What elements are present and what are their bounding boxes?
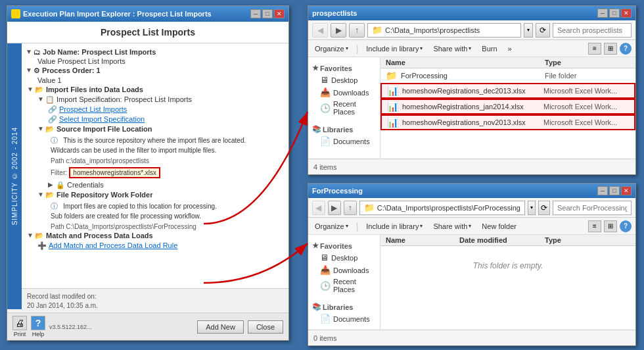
empty-folder-text: This folder is empty. [380,246,635,286]
process-value-node: Value 1 [24,76,286,85]
bot-minimize-btn[interactable]: ─ [597,186,608,195]
tree-area[interactable]: ▼ 🗂 Job Name: Prospect List Imports Valu… [22,43,288,309]
bottom-file-header: Name Date modified Type [380,235,635,246]
bot-organize-chevron: ▾ [346,223,348,229]
up-button[interactable]: ↑ [349,23,365,38]
top-explorer-main: ★ Favorites 🖥 Desktop 📥 Downloads 🕒 Rece… [308,57,635,159]
bot-organize-button[interactable]: Organize ▾ [312,221,351,232]
sidebar-recent[interactable]: 🕒 Recent Places [311,99,377,117]
cred-icon: 🔒 [56,181,65,189]
bot-address-dropdown[interactable]: ▾ [528,201,536,215]
bot-refresh-button[interactable]: ⟳ [538,201,550,215]
bot-search-input[interactable] [553,201,632,215]
forward-button[interactable]: ▶ [331,23,346,38]
address-bar[interactable]: 📁 C:\Data_Imports\prospectlists [367,23,521,38]
sidebar-documents[interactable]: 📄 Documents [311,135,377,147]
info-icon: ⓘ [51,136,58,144]
sidebar-desktop[interactable]: 🖥 Desktop [311,74,377,86]
bot-sidebar-recent[interactable]: 🕒 Recent Places [311,276,377,295]
bot-view-btn-1[interactable]: ≡ [588,220,601,232]
credentials-node: ▶ 🔒 Credentials [24,180,286,190]
top-minimize-btn[interactable]: ─ [597,9,608,18]
right-top-panel: prospectlists ─ □ ✕ ◀ ▶ ↑ 📁 C:\Data_Impo… [308,5,636,175]
help-button[interactable]: ? Help [31,316,45,338]
top-title: prospectlists [312,9,357,17]
top-file-header: Name Type [380,57,635,68]
burn-button[interactable]: Burn [479,43,499,54]
bot-sidebar-documents[interactable]: 📄 Documents [311,312,377,325]
bottom-ribbon: Organize ▾ | Include in library ▾ Share … [308,218,635,235]
repo-icon: 📂 [45,191,55,199]
close-panel-button[interactable]: Close [248,320,283,334]
organize-button[interactable]: Organize ▾ [312,43,351,54]
bottom-sidebar: ★ Favorites 🖥 Desktop 📥 Downloads 🕒 Rece… [308,235,380,330]
print-button[interactable]: 🖨 Print [12,316,27,338]
bot-view-btn-2[interactable]: ⊞ [604,220,617,232]
bot-close-btn[interactable]: ✕ [621,186,632,195]
bot-up-button[interactable]: ↑ [344,201,357,215]
help-icon-btn[interactable]: ? [620,43,632,55]
maximize-button[interactable]: □ [262,9,273,18]
bot-desktop-icon: 🖥 [320,253,329,262]
add-icon: ➕ [37,241,47,250]
repo-path-node: Path C:\Data_Imports\prospectlists\ForPr… [24,222,286,231]
file-item-3[interactable]: 📊 homeshowRegistrations_nov2013.xlsx Mic… [380,114,635,130]
top-file-area[interactable]: Name Type 📁 ForProcessing File folder 📊 … [380,57,635,159]
panel-header: Prospect List Imports [7,22,288,43]
excel-icon-1: 📊 [387,86,398,96]
recent-icon: 🕒 [320,103,331,113]
import-icon: 📂 [35,86,44,94]
bot-share-with-button[interactable]: Share with ▾ [430,221,474,232]
bot-help-icon-btn[interactable]: ? [620,220,632,232]
bot-address-bar[interactable]: 📁 C:\Data_Imports\prospectlists\ForProce… [359,201,525,215]
prospect-link-node[interactable]: 🔗 Prospect List Imports [24,105,286,114]
info2-icon: ⓘ [51,202,58,210]
bottom-title: ForProcessing [312,187,363,195]
bot-sidebar-downloads[interactable]: 📥 Downloads [311,264,377,276]
search-input[interactable] [553,23,632,38]
view-btn-2[interactable]: ⊞ [604,43,617,55]
sidebar-downloads[interactable]: 📥 Downloads [311,86,377,99]
folder-item[interactable]: 📁 ForProcessing File folder [380,68,635,83]
docs-icon: 📄 [320,136,331,146]
close-button[interactable]: ✕ [274,9,285,18]
bot-maximize-btn[interactable]: □ [609,186,620,195]
bottom-file-area[interactable]: Name Date modified Type This folder is e… [380,235,635,330]
bot-lib-icon: 📚 [312,303,321,311]
bot-new-folder-button[interactable]: New folder [479,221,519,232]
excel-icon-2: 📊 [387,101,398,112]
bot-forward-button[interactable]: ▶ [328,201,341,215]
refresh-button[interactable]: ⟳ [536,23,550,38]
bot-include-library-button[interactable]: Include in library ▾ [363,221,425,232]
back-button[interactable]: ◀ [312,23,328,38]
bot-sidebar-desktop[interactable]: 🖥 Desktop [311,251,377,264]
top-ribbon: Organize ▾ | Include in library ▾ Share … [308,40,635,57]
more-button[interactable]: » [505,43,515,54]
panel-content: SIMPLICITY © 2002 - 2014 ▼ 🗂 Job Name: P… [7,43,288,309]
share-with-button[interactable]: Share with ▾ [430,43,474,54]
share-chevron: ▾ [469,45,471,51]
file-item-2[interactable]: 📊 homeshowRegistrations_jan2014.xlsx Mic… [380,99,635,114]
top-sidebar: ★ Favorites 🖥 Desktop 📥 Downloads 🕒 Rece… [308,57,380,159]
select-import-node[interactable]: 🔗 Select Import Specification [24,114,286,124]
folder-icon: 📁 [372,25,382,35]
view-btn-1[interactable]: ≡ [588,43,601,55]
path-node: Path c:\data_imports\prospectlists [24,157,286,165]
include-library-button[interactable]: Include in library ▾ [363,43,425,54]
job-value-node: Value Prospect List Imports [24,57,286,66]
spec-icon: 📋 [45,95,55,104]
bottom-toolbar: ◀ ▶ ↑ 📁 C:\Data_Imports\prospectlists\Fo… [308,198,635,218]
bot-folder-icon: 📁 [364,203,375,213]
address-dropdown[interactable]: ▾ [524,23,533,38]
top-maximize-btn[interactable]: □ [609,9,620,18]
panel-toolbar: 🖨 Print ? Help v3.5.5122.162... Add New … [7,312,288,340]
add-new-button[interactable]: Add New [197,320,244,334]
libraries-section: 📚 Libraries 📄 Documents [311,122,377,147]
bottom-explorer-main: ★ Favorites 🖥 Desktop 📥 Downloads 🕒 Rece… [308,235,635,330]
minimize-button[interactable]: ─ [250,9,261,18]
add-match-node[interactable]: ➕ Add Match and Process Data Load Rule [24,241,286,251]
match-icon: 📂 [35,232,44,240]
file-item-1[interactable]: 📊 homeshowRegistrations_dec2013.xlsx Mic… [380,83,635,99]
top-close-btn[interactable]: ✕ [621,9,632,18]
bot-back-button[interactable]: ◀ [312,201,325,215]
